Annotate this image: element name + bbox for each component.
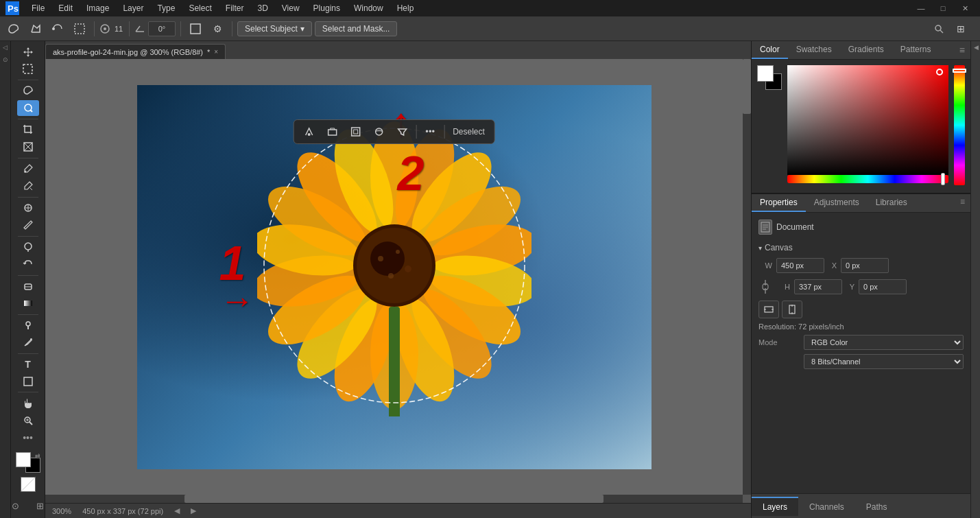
- select-and-mask-button[interactable]: Select and Mask...: [315, 21, 398, 36]
- color-sampler-tool[interactable]: [17, 178, 39, 194]
- y-label: Y: [846, 283, 854, 291]
- frame-tool[interactable]: [17, 139, 39, 155]
- paths-tab[interactable]: Paths: [855, 497, 898, 516]
- menu-edit[interactable]: Edit: [53, 2, 78, 14]
- swap-colors-icon[interactable]: ⇄: [35, 452, 40, 459]
- toolbar-divider-2: [129, 21, 130, 36]
- properties-panel-menu[interactable]: ≡: [955, 194, 970, 212]
- close-button[interactable]: ✕: [955, 0, 975, 17]
- move-tool[interactable]: [17, 44, 39, 60]
- more-tools-button[interactable]: •••: [17, 429, 39, 445]
- selection-mode-button[interactable]: [186, 20, 205, 38]
- gradients-tab[interactable]: Gradients: [840, 41, 892, 59]
- color-panel-menu[interactable]: ≡: [954, 42, 970, 58]
- patterns-tab[interactable]: Patterns: [892, 41, 940, 59]
- canvas-wrapper[interactable]: 1 → ↑ 2: [45, 59, 751, 503]
- healing-brush[interactable]: [17, 200, 39, 216]
- default-colors-icon[interactable]: [21, 477, 36, 492]
- history-brush[interactable]: [17, 257, 39, 272]
- layers-tab[interactable]: Layers: [752, 497, 798, 516]
- pen-tool[interactable]: [17, 335, 39, 351]
- selection-tool[interactable]: [17, 61, 39, 77]
- canvas-section-header[interactable]: ▾ Canvas: [758, 243, 964, 252]
- fit-height-button[interactable]: [782, 301, 802, 318]
- properties-tab[interactable]: Properties: [752, 194, 806, 212]
- crop-tool[interactable]: [17, 122, 39, 138]
- menu-3d[interactable]: 3D: [252, 2, 273, 14]
- link-icon[interactable]: [758, 277, 772, 296]
- ft-paint-add[interactable]: [299, 123, 318, 141]
- hue-vertical-slider[interactable]: [954, 65, 965, 185]
- ft-content-aware[interactable]: [346, 123, 365, 141]
- workspace-button[interactable]: ⊞: [951, 20, 970, 38]
- libraries-tab[interactable]: Libraries: [868, 194, 916, 212]
- quick-selection-tool[interactable]: [17, 100, 39, 116]
- menu-select[interactable]: Select: [183, 2, 217, 14]
- properties-tabs: Properties Adjustments Libraries ≡: [752, 194, 970, 213]
- height-input[interactable]: [794, 279, 842, 294]
- ft-filter[interactable]: [392, 123, 411, 141]
- dodge-tool[interactable]: [17, 317, 39, 333]
- vertical-scrollbar[interactable]: [743, 59, 751, 495]
- search-button[interactable]: [929, 20, 948, 38]
- swatches-tab[interactable]: Swatches: [788, 41, 840, 59]
- menu-filter[interactable]: Filter: [220, 2, 250, 14]
- status-left-arrow[interactable]: ◀: [174, 506, 180, 515]
- brush-tool[interactable]: [17, 217, 39, 233]
- eraser-tool[interactable]: [17, 279, 39, 294]
- ft-transform[interactable]: [322, 123, 342, 141]
- menu-plugins[interactable]: Plugins: [308, 2, 346, 14]
- angle-input[interactable]: [148, 21, 176, 36]
- horizontal-scrollbar[interactable]: [45, 495, 743, 503]
- menu-image[interactable]: Image: [81, 2, 115, 14]
- channels-tab[interactable]: Channels: [798, 497, 855, 516]
- eyedropper-tool[interactable]: [17, 161, 39, 177]
- tab-close-button[interactable]: ×: [214, 48, 218, 56]
- status-right-arrow[interactable]: ▶: [191, 506, 196, 515]
- color-gradient-picker[interactable]: [787, 65, 948, 175]
- zoom-tool[interactable]: [17, 412, 39, 428]
- lasso-group[interactable]: [17, 83, 39, 99]
- fg-color-swatch[interactable]: [757, 65, 774, 82]
- color-tab[interactable]: Color: [752, 41, 788, 59]
- hand-tool[interactable]: [17, 395, 39, 411]
- document-tab[interactable]: aks-profile-gol-24-min.jpg @ 300% (RGB/8…: [45, 44, 226, 59]
- adjustments-tab[interactable]: Adjustments: [806, 194, 868, 212]
- gradient-tool[interactable]: [17, 296, 39, 311]
- settings-button[interactable]: ⚙: [208, 20, 227, 38]
- ft-mask[interactable]: [369, 123, 388, 141]
- hue-slider[interactable]: [787, 175, 948, 183]
- type-tool[interactable]: T: [17, 356, 39, 372]
- collapse-panel-icon[interactable]: ◀: [972, 44, 979, 51]
- svg-line-11: [30, 110, 32, 113]
- magnetic-lasso-button[interactable]: [48, 20, 67, 38]
- select-subject-button[interactable]: Select Subject ▾: [237, 21, 312, 36]
- object-selection-button[interactable]: [70, 20, 89, 38]
- polygonal-lasso-button[interactable]: [26, 20, 45, 38]
- x-input[interactable]: [841, 258, 889, 273]
- menu-file[interactable]: File: [26, 2, 50, 14]
- clone-stamp[interactable]: [17, 239, 39, 255]
- y-input[interactable]: [859, 279, 907, 294]
- vertical-scroll-thumb[interactable]: [743, 59, 751, 114]
- minimize-button[interactable]: —: [911, 0, 931, 17]
- menu-layer[interactable]: Layer: [117, 2, 149, 14]
- foreground-color-swatch[interactable]: [16, 452, 31, 467]
- ft-more-button[interactable]: •••: [420, 123, 440, 141]
- mode-select[interactable]: RGB Color: [804, 335, 964, 350]
- maximize-button[interactable]: □: [933, 0, 953, 17]
- bit-depth-select[interactable]: 8 Bits/Channel: [804, 354, 964, 369]
- shape-tool[interactable]: [17, 373, 39, 389]
- ft-deselect-button[interactable]: Deselect: [449, 125, 489, 139]
- feather-icon: [99, 23, 110, 34]
- width-input[interactable]: [776, 258, 824, 273]
- quick-mask-button[interactable]: ⊙: [5, 496, 27, 515]
- menu-help[interactable]: Help: [392, 2, 420, 14]
- lasso-tool-button[interactable]: [4, 20, 23, 38]
- hue-slider-thumb[interactable]: [941, 173, 945, 185]
- fit-width-button[interactable]: [758, 301, 779, 318]
- horizontal-scroll-thumb[interactable]: [184, 495, 603, 503]
- menu-view[interactable]: View: [276, 2, 305, 14]
- menu-type[interactable]: Type: [152, 2, 180, 14]
- menu-window[interactable]: Window: [348, 2, 389, 14]
